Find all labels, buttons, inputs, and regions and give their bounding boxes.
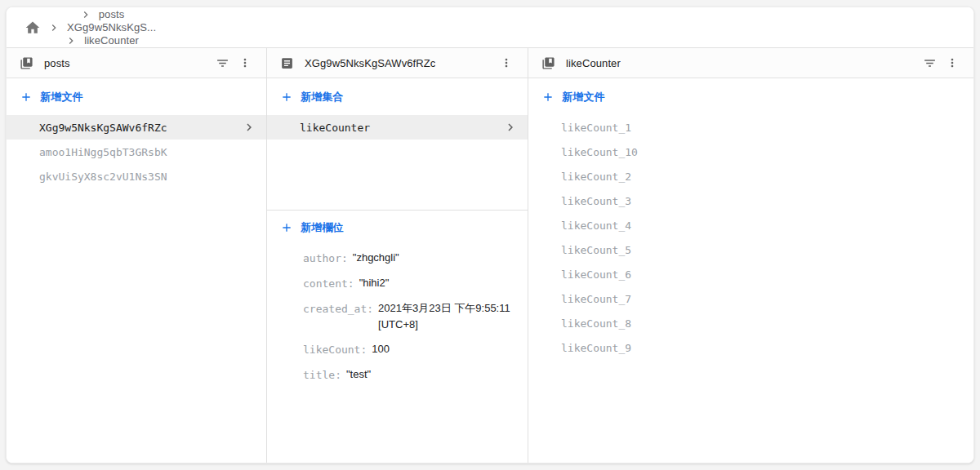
field-name: content:	[303, 277, 354, 290]
field-value: "zhgchgli"	[353, 250, 399, 266]
collection-icon	[20, 56, 33, 70]
plus-icon	[280, 221, 293, 234]
field-row[interactable]: author:"zhgchgli"	[303, 250, 514, 267]
plus-icon	[20, 91, 33, 104]
document-row[interactable]: gkvUiSyX8sc2vU1Ns3SN	[7, 164, 266, 188]
filter-button[interactable]	[212, 53, 232, 73]
chevron-right-icon	[47, 21, 60, 34]
document-panel-header: XGg9w5NksKgSAWv6fRZc	[267, 48, 528, 78]
document-row[interactable]: likeCount_2	[528, 164, 973, 188]
breadcrumb-link[interactable]: posts	[99, 8, 125, 20]
subcollection-list: likeCounter	[267, 115, 528, 140]
document-id: likeCount_10	[561, 146, 964, 158]
likecounter-panel-header: likeCounter	[528, 48, 973, 78]
field-name: title:	[303, 369, 341, 381]
breadcrumb-items: posts XGg9w5NksKgS... likeCounter	[41, 8, 156, 47]
add-document-button[interactable]: 新增文件	[7, 78, 266, 115]
breadcrumb-link[interactable]: likeCounter	[84, 34, 139, 47]
posts-panel-title: posts	[44, 57, 70, 69]
document-id: likeCount_7	[561, 293, 964, 305]
filter-button[interactable]	[920, 53, 939, 73]
document-panel-title: XGg9w5NksKgSAWv6fRZc	[305, 57, 435, 69]
field-list: author:"zhgchgli" content:"hihi2" create…	[267, 244, 528, 392]
field-value-line1: "hihi2"	[359, 277, 390, 289]
field-row[interactable]: likeCount:100	[303, 341, 514, 358]
kebab-menu-icon	[946, 56, 959, 69]
document-row[interactable]: XGg9w5NksKgSAWv6fRZc	[7, 115, 266, 140]
chevron-right-icon	[65, 34, 78, 47]
field-value-line1: 100	[372, 343, 390, 355]
document-row[interactable]: likeCount_9	[528, 335, 973, 360]
document-id: likeCount_5	[561, 244, 964, 256]
add-document-label: 新增文件	[40, 90, 83, 104]
posts-menu-button[interactable]	[235, 53, 255, 73]
subcollection-row[interactable]: likeCounter	[267, 115, 528, 140]
plus-icon	[541, 91, 555, 104]
subcollection-id: likeCounter	[300, 122, 503, 134]
field-value: "test"	[346, 366, 371, 383]
document-id: gkvUiSyX8sc2vU1Ns3SN	[39, 171, 256, 183]
add-collection-button[interactable]: 新增集合	[267, 78, 528, 115]
document-row[interactable]: likeCount_5	[528, 237, 973, 262]
field-value-line1: 2021年3月23日 下午9:55:11	[378, 302, 510, 314]
kebab-menu-icon	[500, 56, 513, 69]
field-name: created_at:	[303, 303, 373, 315]
home-icon	[24, 20, 41, 36]
document-id: likeCount_8	[561, 317, 964, 330]
chevron-right-icon	[242, 120, 256, 135]
document-id: XGg9w5NksKgSAWv6fRZc	[39, 122, 242, 134]
kebab-menu-icon	[238, 56, 252, 69]
home-button[interactable]	[24, 20, 41, 36]
document-row[interactable]: likeCount_3	[528, 188, 973, 213]
add-document-button[interactable]: 新增文件	[528, 78, 973, 115]
field-row[interactable]: title:"test"	[303, 366, 514, 384]
breadcrumb-item: likeCounter	[58, 34, 139, 47]
field-row[interactable]: created_at:2021年3月23日 下午9:55:11[UTC+8]	[303, 300, 514, 333]
field-name: likeCount:	[303, 344, 367, 356]
posts-panel-header: posts	[7, 48, 266, 78]
likecounter-panel-title: likeCounter	[566, 57, 621, 69]
document-id: likeCount_1	[561, 122, 964, 134]
document-row[interactable]: likeCount_6	[528, 262, 973, 286]
document-row[interactable]: likeCount_4	[528, 213, 973, 237]
field-value: "hihi2"	[359, 275, 390, 291]
document-row[interactable]: likeCount_7	[528, 286, 973, 311]
document-id: likeCount_3	[561, 195, 964, 207]
firestore-data-page: posts XGg9w5NksKgS... likeCounter	[0, 0, 980, 470]
panel-document-detail: XGg9w5NksKgSAWv6fRZc 新增集合	[267, 48, 528, 463]
filter-list-icon	[923, 56, 937, 70]
collection-icon	[541, 56, 555, 70]
document-id: likeCount_4	[561, 219, 964, 232]
field-value: 2021年3月23日 下午9:55:11[UTC+8]	[378, 300, 510, 333]
spacer	[267, 140, 528, 210]
breadcrumb-link[interactable]: XGg9w5NksKgS...	[67, 21, 156, 33]
breadcrumb-item: XGg9w5NksKgS...	[41, 21, 156, 34]
document-row[interactable]: amoo1HiNgg5qbT3GRsbK	[7, 140, 266, 164]
likecounter-menu-button[interactable]	[942, 53, 962, 73]
document-row[interactable]: likeCount_10	[528, 140, 973, 164]
chevron-right-icon	[79, 8, 92, 21]
document-id: amoo1HiNgg5qbT3GRsbK	[39, 146, 256, 158]
breadcrumb-item: posts	[73, 8, 125, 21]
document-row[interactable]: likeCount_8	[528, 311, 973, 335]
document-menu-button[interactable]	[497, 53, 516, 73]
field-row[interactable]: content:"hihi2"	[303, 275, 514, 292]
field-value-line1: "zhgchgli"	[353, 251, 399, 264]
add-document-label: 新增文件	[562, 90, 605, 104]
plus-icon	[280, 91, 293, 104]
add-field-button[interactable]: 新增欄位	[267, 211, 528, 244]
document-id: likeCount_2	[561, 171, 964, 183]
document-icon	[280, 56, 294, 70]
field-name: author:	[303, 252, 348, 264]
posts-document-list: XGg9w5NksKgSAWv6fRZc amoo1HiNgg5qbT3GRsb…	[7, 115, 266, 188]
panels-container: posts	[7, 48, 973, 463]
filter-list-icon	[216, 56, 229, 70]
add-collection-label: 新增集合	[301, 90, 344, 104]
document-row[interactable]: likeCount_1	[528, 115, 973, 140]
document-id: likeCount_9	[561, 342, 964, 354]
field-value-line2: [UTC+8]	[378, 317, 510, 333]
chevron-right-icon	[503, 120, 518, 135]
add-field-label: 新增欄位	[301, 220, 344, 235]
likecounter-document-list: likeCount_1 likeCount_10 likeCount_2	[528, 115, 973, 360]
panel-posts-collection: posts	[7, 48, 267, 463]
